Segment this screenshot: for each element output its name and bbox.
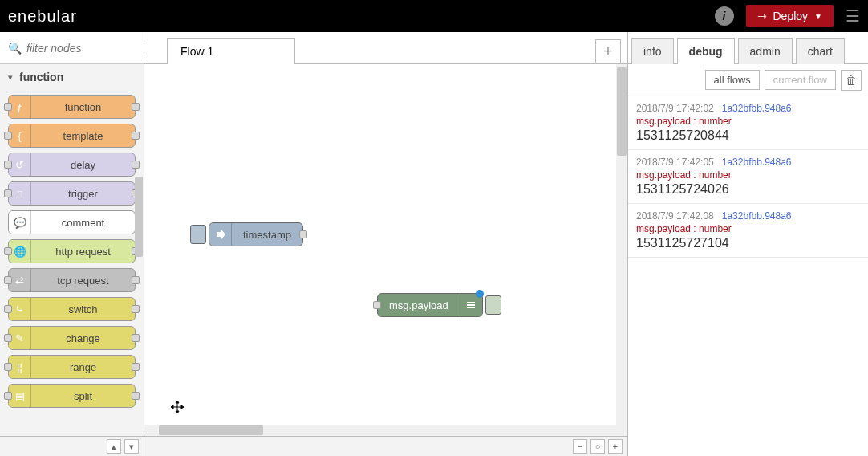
msg-value: 1531125727104 xyxy=(636,236,860,250)
tab-info[interactable]: info xyxy=(631,38,674,64)
node-type-icon: 💬 xyxy=(9,211,31,234)
palette-node-http-request[interactable]: 🌐http request xyxy=(8,239,136,263)
msg-node-link[interactable]: 1a32bfbb.948a6 xyxy=(722,157,792,168)
msg-property: msg.payload : number xyxy=(636,116,860,127)
category-label: function xyxy=(19,71,63,83)
msg-timestamp: 2018/7/9 17:42:05 xyxy=(636,157,714,168)
flow-tabs-bar: Flow 1 + xyxy=(144,32,627,64)
palette-node-change[interactable]: ✎change xyxy=(8,326,136,350)
flow-canvas[interactable]: timestamp msg.payload xyxy=(144,64,627,436)
input-port xyxy=(4,392,12,400)
filter-all-flows-button[interactable]: all flows xyxy=(705,70,760,90)
palette-node-function[interactable]: ƒfunction xyxy=(8,95,136,119)
deploy-icon: ⇾ xyxy=(757,10,767,22)
palette-node-split[interactable]: ▤split xyxy=(8,384,136,408)
move-cursor-icon xyxy=(170,400,185,414)
tab-debug[interactable]: debug xyxy=(677,38,735,64)
right-panel-tabs: infodebugadminchart xyxy=(628,32,868,64)
node-label: range xyxy=(31,361,135,373)
category-function[interactable]: ▾ function xyxy=(0,64,144,90)
input-port xyxy=(4,132,12,140)
node-type-icon: ⇄ xyxy=(9,269,31,291)
svg-rect-1 xyxy=(467,304,475,306)
input-port xyxy=(4,161,12,169)
msg-node-link[interactable]: 1a32bfbb.948a6 xyxy=(722,210,792,222)
output-port xyxy=(132,132,140,140)
debug-message: 2018/7/9 17:42:021a32bfbb.948a6msg.paylo… xyxy=(628,96,868,150)
info-icon[interactable]: i xyxy=(715,6,734,26)
scrollbar-thumb[interactable] xyxy=(617,67,627,156)
palette-node-range[interactable]: ¦¦range xyxy=(8,355,136,379)
zoom-out-button[interactable]: − xyxy=(573,439,587,454)
palette-node-comment[interactable]: 💬comment xyxy=(8,210,136,234)
scrollbar-thumb[interactable] xyxy=(135,177,143,257)
msg-node-link[interactable]: 1a32bfbb.948a6 xyxy=(722,103,792,114)
node-label: template xyxy=(31,130,135,142)
node-type-icon: { xyxy=(9,124,31,147)
palette-footer: ▴ ▾ xyxy=(0,436,144,456)
node-type-icon: ¦¦ xyxy=(9,356,31,378)
msg-timestamp: 2018/7/9 17:42:08 xyxy=(636,210,714,222)
node-label: tcp request xyxy=(31,275,135,287)
canvas-footer: − ○ + xyxy=(144,436,627,456)
node-label: comment xyxy=(31,217,135,229)
inject-node[interactable]: timestamp xyxy=(209,222,303,246)
inject-button[interactable] xyxy=(190,225,206,244)
zoom-reset-button[interactable]: ○ xyxy=(590,439,605,454)
input-port xyxy=(4,103,12,111)
collapse-all-button[interactable]: ▴ xyxy=(107,439,121,454)
input-port xyxy=(4,247,12,255)
node-label: http request xyxy=(31,246,135,258)
input-port xyxy=(4,363,12,371)
node-type-icon: ƒ xyxy=(9,96,31,118)
node-type-icon: 🌐 xyxy=(9,240,31,263)
node-type-icon: ⤷ xyxy=(9,298,31,320)
svg-rect-2 xyxy=(467,307,475,308)
debug-node[interactable]: msg.payload xyxy=(377,293,483,317)
status-dot xyxy=(476,290,484,298)
output-port xyxy=(132,305,140,313)
palette-node-tcp-request[interactable]: ⇄tcp request xyxy=(8,268,136,292)
input-port[interactable] xyxy=(373,301,381,309)
palette-node-trigger[interactable]: ⎍trigger xyxy=(8,181,136,206)
palette-list: ▾ function ƒfunction{template↺delay⎍trig… xyxy=(0,64,144,436)
tab-chart[interactable]: chart xyxy=(796,38,845,64)
add-tab-button[interactable]: + xyxy=(595,39,621,63)
output-port xyxy=(132,161,140,169)
menu-button[interactable]: ☰ xyxy=(846,6,860,26)
debug-messages: 2018/7/9 17:42:021a32bfbb.948a6msg.paylo… xyxy=(628,96,868,456)
node-type-icon: ↺ xyxy=(9,153,31,176)
chevron-down-icon: ▼ xyxy=(814,12,822,21)
palette-sidebar: 🔍 ▾ function ƒfunction{template↺delay⎍tr… xyxy=(0,32,144,456)
output-port[interactable] xyxy=(299,230,307,238)
input-port xyxy=(4,276,12,284)
chevron-down-icon: ▾ xyxy=(8,72,13,83)
palette-node-delay[interactable]: ↺delay xyxy=(8,153,136,177)
logo: enebular xyxy=(8,7,77,26)
scrollbar-thumb[interactable] xyxy=(159,425,263,435)
msg-value: 1531125724026 xyxy=(636,182,860,197)
vertical-scrollbar[interactable] xyxy=(616,64,627,436)
deploy-label: Deploy xyxy=(773,10,809,22)
right-panel: infodebugadminchart all flows current fl… xyxy=(627,32,868,456)
tab-admin[interactable]: admin xyxy=(738,38,793,64)
wire-layer xyxy=(144,64,385,185)
output-port xyxy=(132,392,140,400)
horizontal-scrollbar[interactable] xyxy=(144,425,616,436)
inject-icon xyxy=(209,223,232,246)
filter-current-flow-button[interactable]: current flow xyxy=(765,70,836,90)
input-port xyxy=(4,305,12,313)
node-label: msg.payload xyxy=(378,299,460,311)
palette-node-template[interactable]: {template xyxy=(8,124,136,148)
flow-tab[interactable]: Flow 1 xyxy=(167,38,295,64)
debug-message: 2018/7/9 17:42:081a32bfbb.948a6msg.paylo… xyxy=(628,204,868,258)
palette-node-switch[interactable]: ⤷switch xyxy=(8,297,136,321)
debug-toolbar: all flows current flow 🗑 xyxy=(628,64,868,96)
deploy-button[interactable]: ⇾ Deploy ▼ xyxy=(746,5,834,27)
debug-toggle-button[interactable] xyxy=(485,295,501,315)
zoom-in-button[interactable]: + xyxy=(608,439,623,454)
expand-all-button[interactable]: ▾ xyxy=(124,439,139,454)
output-port xyxy=(132,103,140,111)
node-type-icon: ✎ xyxy=(9,327,31,349)
clear-debug-button[interactable]: 🗑 xyxy=(841,70,862,91)
